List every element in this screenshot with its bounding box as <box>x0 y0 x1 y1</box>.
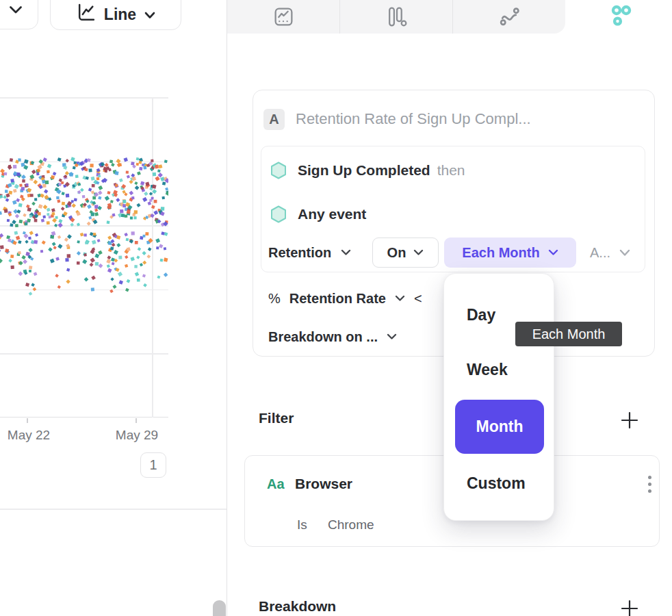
users-label: A... <box>590 245 610 261</box>
percent-symbol: % <box>268 291 281 307</box>
users-dropdown[interactable]: A... <box>590 237 630 268</box>
interval-menu: Day Week Month Custom <box>443 273 554 521</box>
window-label: On <box>387 245 406 261</box>
measure-trailing-text: < <box>414 291 422 307</box>
settings-pane: A Retention Rate of Sign Up Compl... Sig… <box>227 0 672 616</box>
chart-type-tabbar <box>227 0 565 34</box>
filter-section-title: Filter <box>259 410 294 426</box>
interval-label: Each Month <box>462 245 539 261</box>
measure-dropdown[interactable]: % Retention Rate < <box>268 287 422 309</box>
tab-bar-chart[interactable] <box>339 0 452 34</box>
menu-item-custom[interactable]: Custom <box>467 468 526 498</box>
interval-tooltip: Each Month <box>515 322 622 346</box>
chevron-down-icon <box>341 249 351 256</box>
add-breakdown-icon[interactable] <box>620 599 639 616</box>
metric-chart-icon <box>272 5 295 28</box>
property-type-icon: Aa <box>267 476 285 492</box>
divider <box>0 509 227 510</box>
tab-flow-chart[interactable] <box>452 0 565 34</box>
menu-item-day[interactable]: Day <box>467 300 495 330</box>
scatter-dots-icon <box>608 4 633 30</box>
interval-dropdown[interactable]: Each Month <box>444 238 576 268</box>
chevron-down-icon <box>9 5 23 14</box>
filter-value[interactable]: Chrome <box>328 517 374 532</box>
menu-item-month-selected[interactable]: Month <box>455 400 544 454</box>
window-dropdown[interactable]: On <box>372 238 439 268</box>
event-hexagon-icon <box>270 205 287 223</box>
chart-type-label: Line <box>104 5 136 23</box>
chart-type-button[interactable]: Line <box>50 0 181 30</box>
x-tick-label: May 22 <box>0 428 60 443</box>
event-row[interactable]: Any event <box>270 204 366 224</box>
query-badge: A <box>263 109 285 130</box>
event-hexagon-icon <box>270 162 287 179</box>
scatter-points-canvas <box>0 97 168 418</box>
filter-operator[interactable]: Is <box>297 517 307 532</box>
chevron-down-icon <box>619 249 630 257</box>
scrollbar-thumb[interactable] <box>213 600 226 616</box>
event-name[interactable]: Any event <box>298 206 366 222</box>
chevron-down-icon <box>395 295 405 302</box>
pagination-page-button[interactable]: 1 <box>140 452 166 478</box>
filter-property[interactable]: Browser <box>295 476 352 492</box>
scatter-plot[interactable]: May 22 May 29 <box>0 97 168 418</box>
x-axis-tick <box>27 418 28 423</box>
metric-label: Retention <box>268 245 331 261</box>
metric-dropdown[interactable]: Retention <box>268 237 351 268</box>
chevron-down-icon <box>548 249 558 256</box>
event-suffix: then <box>437 162 465 179</box>
x-axis-tick <box>135 418 137 423</box>
chart-pane: Line May 22 May 29 1 <box>0 0 227 616</box>
line-chart-icon <box>76 3 96 23</box>
breakdown-on-label: Breakdown on ... <box>268 329 378 345</box>
chevron-down-icon <box>387 333 397 340</box>
tab-metric-chart[interactable] <box>227 0 339 34</box>
query-title[interactable]: Retention Rate of Sign Up Compl... <box>296 110 531 128</box>
retention-definition-box: Sign Up Completed then Any event Retenti… <box>261 146 645 272</box>
add-filter-icon[interactable] <box>620 411 639 430</box>
tab-scatter-chart[interactable] <box>597 3 645 31</box>
event-name[interactable]: Sign Up Completed <box>298 162 430 179</box>
breakdown-section-title: Breakdown <box>259 598 336 615</box>
retention-controls-row: Retention On Each Month A... <box>261 237 645 268</box>
filter-menu-kebab-icon[interactable] <box>647 476 652 493</box>
measure-label: Retention Rate <box>289 291 386 307</box>
breakdown-on-dropdown[interactable]: Breakdown on ... <box>268 326 397 348</box>
series-dropdown-button[interactable] <box>0 0 38 29</box>
x-tick-label: May 29 <box>106 428 168 443</box>
chevron-down-icon <box>144 12 155 19</box>
event-row[interactable]: Sign Up Completed then <box>270 160 465 181</box>
chevron-down-icon <box>413 249 424 256</box>
bar-chart-icon <box>385 5 408 28</box>
menu-item-week[interactable]: Week <box>467 355 508 385</box>
flow-chart-icon <box>498 5 521 28</box>
